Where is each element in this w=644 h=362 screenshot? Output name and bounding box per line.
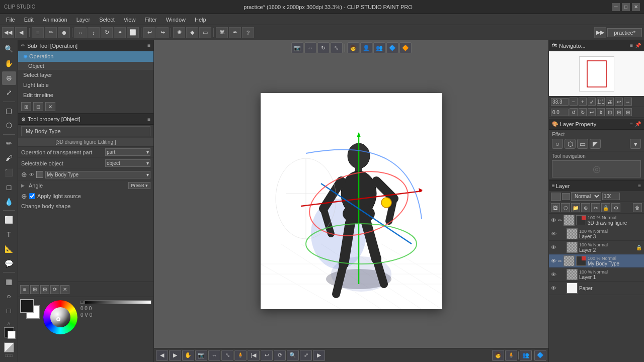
eye-icon[interactable]: 👁 [29, 172, 34, 177]
tool-brush[interactable]: 🖌 [2, 151, 16, 165]
toolbar-collapse-left[interactable]: ◀◀ [2, 27, 14, 38]
tp-menu-btn[interactable]: ≡ [147, 117, 150, 122]
background-color-swatch[interactable] [8, 331, 16, 339]
new-folder-btn[interactable]: 📁 [571, 203, 580, 212]
tool-gradient[interactable]: ▦ [2, 275, 16, 288]
layer-menu-btn[interactable]: ≡ [638, 183, 641, 189]
maximize-button[interactable]: □ [622, 3, 630, 11]
selectable-object-dropdown[interactable]: object▾ [105, 159, 150, 167]
settings-btn[interactable]: ⚙ [611, 203, 620, 212]
rotate-start-btn[interactable]: ⊟ [615, 108, 623, 116]
op-item-object[interactable]: Object [18, 62, 153, 70]
nav-move[interactable]: ↔ [208, 350, 220, 361]
3d-tb-camera[interactable]: 📷 [291, 42, 303, 53]
toolbar-expand-right[interactable]: ▶▶ [594, 27, 606, 38]
nav-fit[interactable]: ⤢ [300, 350, 312, 361]
toolbar-pen[interactable]: ✒ [229, 27, 241, 38]
effect-btn-1[interactable]: ○ [552, 139, 563, 149]
3d-tb-rotate[interactable]: ↻ [317, 42, 330, 53]
zoom-print-btn[interactable]: 🖨 [606, 98, 614, 106]
timeline-btn-2[interactable]: ⊟ [33, 102, 43, 111]
toolbar-undo[interactable]: ↩ [143, 27, 155, 38]
menu-edit[interactable]: Edit [20, 16, 38, 24]
toolbar-transform[interactable]: ⬜ [127, 27, 139, 38]
nav-extra1[interactable]: 👥 [520, 350, 532, 361]
3d-tb-figure5[interactable]: 🔶 [399, 42, 412, 53]
3d-tb-figure2[interactable]: 👤 [360, 42, 372, 53]
body-type-dropdown[interactable]: My Body Type▾ [45, 171, 150, 178]
color-triangle[interactable] [50, 307, 70, 327]
tool-move[interactable]: ✋ [2, 57, 16, 70]
nav-figure-a[interactable]: 🧍 [234, 350, 247, 361]
op-item-edit-timeline[interactable]: Edit timeline [18, 90, 153, 100]
toolbar-lasso[interactable]: ⌘ [216, 27, 228, 38]
nav-play[interactable]: ▶ [313, 350, 325, 361]
lp-btn-1[interactable]: ≡ [20, 285, 29, 294]
tool-pen[interactable]: ✏ [2, 137, 16, 150]
tool-rectangle[interactable]: □ [2, 304, 16, 317]
apply-light-checkbox[interactable] [29, 193, 35, 199]
zoom-reset-btn[interactable]: ↩ [615, 98, 623, 106]
canvas-area[interactable]: 📷 ↔ ↻ ⤡ 🧑 👤 👥 🔷 🔶 [154, 40, 548, 362]
toolbar-menu-icon[interactable]: ≡ [32, 27, 44, 38]
tool-circle[interactable]: ○ [2, 289, 16, 303]
op-transparent-dropdown[interactable]: part▾ [105, 148, 150, 156]
layer-row-body-type[interactable]: 👁 ✏ 100 % Normal My Body Type [549, 254, 644, 268]
brightness-slider[interactable] [85, 300, 151, 304]
tool-nav-area[interactable]: ◎ [552, 160, 641, 177]
effect-btn-4[interactable]: ◤ [590, 139, 601, 149]
menu-window[interactable]: Window [162, 16, 190, 24]
lock-btn[interactable]: 🔒 [601, 203, 610, 212]
nav-prev[interactable]: ◀ [156, 350, 168, 361]
color-wheel-container[interactable] [42, 299, 78, 335]
minimize-button[interactable]: ─ [612, 3, 620, 11]
nav-pin-btn[interactable]: 📌 [635, 43, 641, 48]
3d-tb-figure1[interactable]: 🧑 [347, 42, 359, 53]
zoom-100-btn[interactable]: 1:1 [597, 98, 605, 106]
effect-btn-3[interactable]: ▭ [577, 139, 588, 149]
nav-next[interactable]: ▶ [169, 350, 181, 361]
tool-eyedropper[interactable]: 💧 [2, 195, 16, 208]
nav-extra2[interactable]: 🔷 [534, 350, 546, 361]
toolbar-redo[interactable]: ↪ [156, 27, 169, 38]
expand-btn[interactable]: ⊕ [21, 170, 27, 178]
new-raster-btn[interactable]: 🖼 [551, 203, 560, 212]
effect-btn-5[interactable]: ▾ [630, 139, 641, 149]
zoom-out-btn[interactable]: − [570, 98, 578, 106]
rotate-ccw-btn[interactable]: ↺ [570, 108, 578, 116]
menu-view[interactable]: View [120, 16, 140, 24]
nav-frame[interactable]: |◀ [248, 350, 260, 361]
effect-btn-2[interactable]: ⬡ [565, 139, 576, 149]
nav-camera[interactable]: 📷 [195, 350, 207, 361]
toolbar-brush-icon[interactable]: ✏ [45, 27, 57, 38]
lp-btn-5[interactable]: ✕ [60, 285, 69, 294]
layer-eye-3d[interactable]: 👁 [551, 217, 556, 223]
fg-color-swatch[interactable] [20, 299, 34, 313]
tool-transform[interactable]: ⤢ [2, 86, 16, 100]
op-item-operation[interactable]: ⊕ Operation [18, 51, 153, 62]
tool-frame[interactable]: ⬜ [2, 213, 16, 226]
toolbar-flip-v[interactable]: ↕ [88, 27, 100, 38]
nav-menu-btn[interactable]: ≡ [630, 43, 633, 48]
toolbar-flip-h[interactable]: ↔ [74, 27, 87, 38]
rotate-cw-btn[interactable]: ↻ [579, 108, 587, 116]
toolbar-collapse[interactable]: ◀ [15, 27, 27, 38]
tool-zoom[interactable]: 🔍 [2, 42, 16, 56]
tool-fill[interactable]: ⬛ [2, 166, 16, 179]
toolbar-help[interactable]: ? [242, 27, 254, 38]
menu-help[interactable]: Help [191, 16, 210, 24]
toolbar-target[interactable]: ✦ [114, 27, 126, 38]
nav-person1[interactable]: 🧑 [492, 350, 504, 361]
layer-eye-l3[interactable]: 👁 [551, 231, 556, 237]
toolbar-rect-sel[interactable]: ▭ [199, 27, 211, 38]
nav-hand[interactable]: ✋ [182, 350, 194, 361]
layer-eye-paper[interactable]: 👁 [551, 285, 556, 291]
lp-btn-2[interactable]: ⊞ [30, 285, 39, 294]
lp-btn-3[interactable]: ⊟ [40, 285, 49, 294]
rotate-reset-btn[interactable]: ↩ [588, 108, 596, 116]
zoom-input[interactable] [551, 98, 569, 106]
sub-tool-menu-btn[interactable]: ≡ [147, 43, 150, 48]
new-vector-btn[interactable]: ⬡ [561, 203, 570, 212]
canvas-tab[interactable]: practice* [607, 28, 642, 37]
zoom-fit-btn[interactable]: ⤢ [588, 98, 596, 106]
